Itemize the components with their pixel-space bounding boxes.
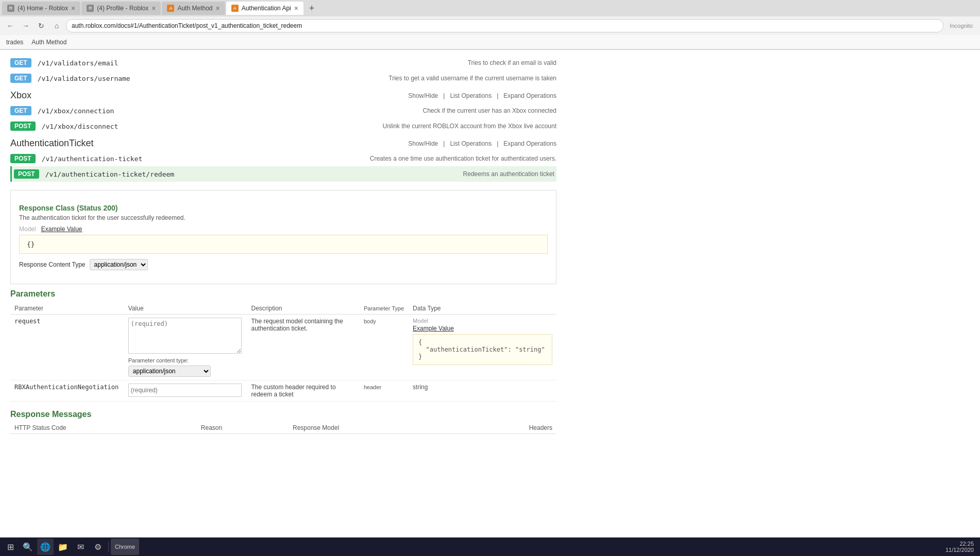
reload-button[interactable]: ↻ [35,20,47,32]
endpoint-desc-xbox-disc: Unlink the current ROBLOX account from t… [383,123,557,130]
endpoint-row-xbox-connection: GET /v1/xbox/connection Check if the cur… [10,103,556,118]
response-messages-title: Response Messages [10,410,556,419]
endpoint-desc-redeem: Redeems an authentication ticket [463,170,554,178]
content-type-select[interactable]: application/json [90,259,148,270]
endpoint-row-email: GET /v1/validators/email Tries to check … [10,55,556,71]
param-desc-rbx-auth: The custom header required to redeem a t… [251,384,354,398]
col-header-data-type: Data Type [409,303,556,315]
response-class-block: Response Class (Status 200) The authenti… [10,190,556,284]
authticket-sep1: | [443,140,445,147]
endpoint-path-redeem: /v1/authentication-ticket/redeem [45,170,174,178]
endpoint-path-xbox-conn: /v1/xbox/connection [38,107,114,115]
tab-bar: R (4) Home - Roblox × R (4) Profile - Ro… [0,0,980,16]
content-type-row: Response Content Type application/json [19,259,548,270]
method-badge-post-auth[interactable]: POST [10,154,36,163]
endpoint-row-auth-ticket: POST /v1/authentication-ticket Creates a… [10,151,556,166]
response-class-desc: The authentication ticket for the user s… [19,214,548,221]
endpoint-desc-email: Tries to check if an email is valid [468,59,556,66]
method-badge-get-username[interactable]: GET [10,74,31,83]
new-tab-button[interactable]: + [305,2,319,15]
tab-favicon-auth-method: A [167,5,174,12]
parameters-section: Parameters Parameter Value Description P… [10,289,556,402]
browser-chrome: R (4) Home - Roblox × R (4) Profile - Ro… [0,0,980,50]
incognito-badge: Incognito [947,23,976,29]
xbox-actions: Show/Hide | List Operations | Expand Ope… [408,92,556,99]
resp-col-reason: Reason [197,422,289,434]
endpoint-desc-xbox-conn: Check if the current user has an Xbox co… [423,107,556,114]
url-input[interactable]: auth.roblox.com/docs#1/AuthenticationTic… [66,19,943,32]
method-badge-get-email[interactable]: GET [10,58,31,67]
endpoint-desc-username: Tries to get a valid username if the cur… [388,75,556,82]
param-name-rbx-auth: RBXAuthenticationNegotiation [14,384,119,391]
tab-favicon-auth-api: A [231,5,239,12]
authticket-expand-ops[interactable]: Expand Operations [503,140,556,147]
param-type-request: body [364,318,376,324]
forward-button[interactable]: → [20,20,32,32]
param-input-request[interactable] [128,318,242,354]
example-value-box-request: { "authenticationTicket": "string" } [413,334,552,365]
data-type-request: Model Example Value { "authenticationTic… [413,318,552,365]
data-type-rbx-auth: string [413,384,428,391]
method-badge-post-xbox[interactable]: POST [10,121,36,131]
tab-favicon-home: R [7,5,14,12]
bookmarks-bar: trades Auth Method [0,35,980,49]
main-content: GET /v1/validators/email Tries to check … [0,50,567,444]
tab-auth-api[interactable]: A Authentication Api × [226,2,303,15]
xbox-list-ops[interactable]: List Operations [450,92,492,99]
authticket-actions: Show/Hide | List Operations | Expand Ope… [408,140,556,147]
bookmark-auth-method-label: Auth Method [31,39,66,46]
xbox-sep1: | [443,92,445,99]
endpoint-desc-auth: Creates a one time use authentication ti… [370,155,556,162]
param-input-rbx-auth[interactable] [128,384,242,397]
bookmark-trades[interactable]: trades [4,38,25,47]
response-class-title: Response Class (Status 200) [19,204,548,212]
bookmark-trades-label: trades [6,39,23,46]
endpoint-path-email: /v1/validators/email [38,59,119,67]
response-messages-section: Response Messages HTTP Status Code Reaso… [10,410,556,434]
method-badge-get-xbox[interactable]: GET [10,106,31,115]
tab-close-auth-api[interactable]: × [294,4,298,12]
param-name-request: request [14,318,41,325]
bookmark-auth-method[interactable]: Auth Method [29,38,69,47]
authticket-list-ops[interactable]: List Operations [450,140,492,147]
col-header-param-type: Parameter Type [360,303,409,315]
tab-home[interactable]: R (4) Home - Roblox × [2,2,80,15]
xbox-section-header: Xbox Show/Hide | List Operations | Expan… [10,86,556,103]
model-label-request: Model [413,318,552,324]
col-header-value: Value [124,303,247,315]
tab-profile[interactable]: R (4) Profile - Roblox × [81,2,161,15]
back-button[interactable]: ← [4,20,16,32]
endpoint-row-username: GET /v1/validators/username Tries to get… [10,71,556,86]
home-button[interactable]: ⌂ [50,20,63,32]
tab-close-home[interactable]: × [71,4,75,12]
method-badge-post-redeem[interactable]: POST [14,169,39,179]
response-class-code: {} [19,235,548,254]
authticket-show-hide[interactable]: Show/Hide [408,140,438,147]
model-tab-label: Model [19,225,36,233]
xbox-show-hide[interactable]: Show/Hide [408,92,438,99]
endpoint-path-username: /v1/validators/username [38,75,130,82]
authticket-section-header: AuthenticationTicket Show/Hide | List Op… [10,134,556,151]
tab-close-profile[interactable]: × [151,4,156,12]
url-text: auth.roblox.com/docs#1/AuthenticationTic… [72,22,302,29]
xbox-expand-ops[interactable]: Expand Operations [503,92,556,99]
tab-favicon-profile: R [87,5,94,12]
tab-close-auth-method[interactable]: × [215,4,219,12]
tab-auth-method[interactable]: A Auth Method × [162,2,225,15]
model-tab-example[interactable]: Example Value [41,225,82,233]
authticket-sep2: | [497,140,498,147]
resp-col-status: HTTP Status Code [10,422,197,434]
endpoint-path-auth: /v1/authentication-ticket [42,155,143,163]
col-header-parameter: Parameter [10,303,124,315]
endpoint-path-xbox-disc: /v1/xbox/disconnect [42,123,119,130]
endpoint-row-auth-redeem: POST /v1/authentication-ticket/redeem Re… [10,166,556,182]
param-row-rbx-auth: RBXAuthenticationNegotiation The custom … [10,380,556,402]
address-bar: ← → ↻ ⌂ auth.roblox.com/docs#1/Authentic… [0,16,980,35]
example-value-tab-request[interactable]: Example Value [413,325,454,332]
param-content-type-select[interactable]: application/json [128,366,211,377]
parameters-table: Parameter Value Description Parameter Ty… [10,303,556,402]
xbox-sep2: | [497,92,498,99]
param-desc-request: The request model containing the authent… [251,318,354,332]
authticket-title: AuthenticationTicket [10,138,93,149]
param-row-request: request Parameter content type: applicat… [10,315,556,380]
